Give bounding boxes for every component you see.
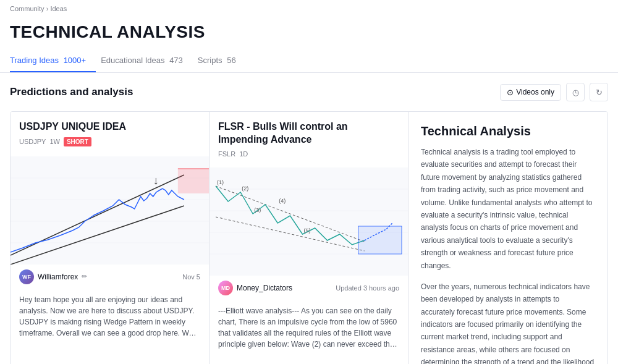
card2-author-name[interactable]: Money_Dictators (237, 284, 292, 292)
tab-scripts-label: Scripts (198, 56, 222, 65)
card2-chart: (1) (2) (3) (4) (5) FSLR (210, 167, 408, 276)
card2-ticker: FSLR (218, 150, 235, 158)
card2-author: MD Money_Dictators Updated 3 hours ago (210, 276, 408, 300)
section-header: Predictions and analysis ⊙ Videos only ◷… (10, 83, 608, 101)
card1-timeframe: 1W (49, 138, 60, 145)
card1-avatar: WF (19, 269, 34, 284)
card1-date: Nov 5 (182, 273, 200, 281)
breadcrumb: Community › Ideas (0, 0, 618, 17)
card1-edit-icon: ✏ (82, 273, 87, 281)
tab-scripts-count: 56 (227, 56, 235, 65)
section-title: Predictions and analysis (10, 86, 133, 98)
refresh-icon: ↻ (596, 88, 603, 97)
card1-ticker: USDJPY (19, 138, 46, 145)
breadcrumb-community[interactable]: Community (10, 5, 44, 12)
tab-educational[interactable]: Educational Ideas 473 (101, 49, 193, 72)
card1-header: USDJPY UNIQUE IDEA USDJPY 1W SHORT (11, 112, 209, 156)
card1-meta: USDJPY 1W SHORT (19, 137, 200, 146)
tab-educational-count: 473 (169, 56, 183, 65)
card2-text: ---Elliott wave analysis--- As you can s… (218, 305, 399, 350)
card1-chart: ↓ (11, 156, 209, 265)
card2-meta: FSLR 1D (218, 150, 399, 158)
tab-trading-label: Trading Ideas (10, 56, 59, 65)
svg-rect-8 (178, 169, 209, 193)
breadcrumb-ideas[interactable]: Ideas (50, 5, 67, 12)
tab-scripts[interactable]: Scripts 56 (198, 49, 246, 72)
page-title: TECHNICAL ANALYSIS (0, 17, 618, 49)
content-area: Predictions and analysis ⊙ Videos only ◷… (0, 73, 618, 364)
card1-body: Hey team hope you all are enjoying our i… (11, 289, 209, 364)
card1-badge-short: SHORT (64, 137, 91, 146)
card2-body: ---Elliott wave analysis--- As you can s… (210, 300, 408, 364)
refresh-filter-button[interactable]: ↻ (590, 83, 608, 101)
svg-text:(5): (5) (303, 227, 310, 234)
svg-text:↓: ↓ (153, 174, 159, 187)
svg-text:(1): (1) (217, 179, 224, 185)
svg-text:(4): (4) (279, 198, 286, 204)
svg-text:(2): (2) (242, 185, 248, 192)
card1-title: USDJPY UNIQUE IDEA (19, 121, 200, 133)
info-card-title: Technical Analysis (421, 124, 595, 138)
card1-text: Hey team hope you all are enjoying our i… (19, 294, 200, 339)
tabs-bar: Trading Ideas 1000+ Educational Ideas 47… (0, 49, 618, 73)
card2-updated: Updated 3 hours ago (336, 284, 399, 292)
info-card-text-1: Technical analysis is a trading tool emp… (421, 146, 595, 272)
card1-author-info: WF Williamforex ✏ (19, 269, 87, 284)
clock-icon: ◷ (572, 88, 579, 97)
card1-author-name[interactable]: Williamforex (38, 273, 78, 281)
card1-author: WF Williamforex ✏ Nov 5 (11, 265, 209, 289)
tab-educational-label: Educational Ideas (101, 56, 164, 65)
svg-text:(3): (3) (254, 207, 261, 213)
svg-rect-10 (210, 167, 408, 276)
info-card-text-2: Over the years, numerous technical indic… (421, 281, 595, 364)
card2-title: FLSR - Bulls Will control an Impending A… (218, 121, 399, 146)
tab-trading[interactable]: Trading Ideas 1000+ (10, 49, 96, 72)
card-flsr: FLSR - Bulls Will control an Impending A… (210, 112, 408, 364)
videos-only-label: Videos only (516, 88, 554, 96)
info-card: Technical Analysis Technical analysis is… (408, 112, 607, 364)
clock-filter-button[interactable]: ◷ (566, 83, 585, 101)
card2-avatar: MD (218, 281, 233, 295)
filter-controls: ⊙ Videos only ◷ ↻ (500, 83, 608, 101)
card2-timeframe: 1D (239, 150, 248, 158)
tab-trading-count: 1000+ (64, 56, 87, 65)
videos-only-button[interactable]: ⊙ Videos only (500, 84, 561, 101)
card-usdjpy: USDJPY UNIQUE IDEA USDJPY 1W SHORT (11, 112, 210, 364)
card-info: Technical Analysis Technical analysis is… (408, 112, 607, 364)
cards-grid: USDJPY UNIQUE IDEA USDJPY 1W SHORT (10, 111, 608, 364)
play-icon: ⊙ (507, 88, 514, 97)
card2-author-info: MD Money_Dictators (218, 281, 292, 295)
card2-header: FLSR - Bulls Will control an Impending A… (210, 112, 408, 167)
